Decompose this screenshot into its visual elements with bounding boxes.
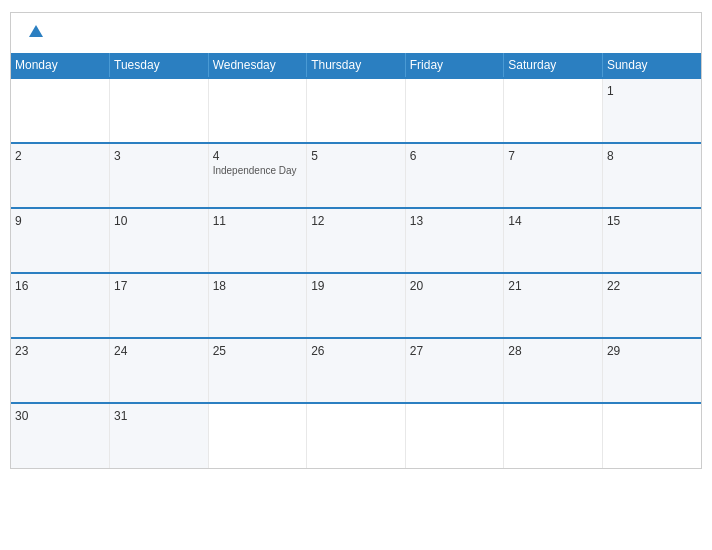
calendar-day-cell: 29: [602, 338, 701, 403]
logo-icon: [27, 23, 45, 41]
day-number: 28: [508, 344, 598, 358]
calendar-day-cell: [405, 403, 504, 468]
calendar-week-row: 3031: [11, 403, 701, 468]
day-number: 10: [114, 214, 204, 228]
calendar-day-cell: 3: [110, 143, 209, 208]
calendar-week-row: 23242526272829: [11, 338, 701, 403]
calendar-day-cell: [602, 403, 701, 468]
day-number: 27: [410, 344, 500, 358]
calendar-day-cell: 4Independence Day: [208, 143, 307, 208]
calendar-day-cell: 7: [504, 143, 603, 208]
calendar-day-cell: 11: [208, 208, 307, 273]
calendar-day-cell: 18: [208, 273, 307, 338]
calendar-day-cell: 10: [110, 208, 209, 273]
calendar-day-cell: 31: [110, 403, 209, 468]
calendar-day-cell: [405, 78, 504, 143]
calendar-day-cell: [110, 78, 209, 143]
calendar-container: MondayTuesdayWednesdayThursdayFridaySatu…: [10, 12, 702, 469]
calendar-day-cell: 22: [602, 273, 701, 338]
day-number: 21: [508, 279, 598, 293]
calendar-body: 1234Independence Day56789101112131415161…: [11, 78, 701, 468]
logo: [25, 23, 47, 45]
day-number: 2: [15, 149, 105, 163]
day-number: 31: [114, 409, 204, 423]
day-number: 3: [114, 149, 204, 163]
calendar-day-cell: 12: [307, 208, 406, 273]
calendar-day-cell: 1: [602, 78, 701, 143]
calendar-day-cell: 25: [208, 338, 307, 403]
day-number: 5: [311, 149, 401, 163]
day-number: 16: [15, 279, 105, 293]
calendar-day-cell: 15: [602, 208, 701, 273]
calendar-day-cell: [307, 78, 406, 143]
day-number: 23: [15, 344, 105, 358]
calendar-day-cell: 24: [110, 338, 209, 403]
calendar-day-cell: [504, 78, 603, 143]
weekday-header: Tuesday: [110, 53, 209, 78]
calendar-day-cell: 30: [11, 403, 110, 468]
calendar-day-cell: 19: [307, 273, 406, 338]
holiday-label: Independence Day: [213, 165, 303, 176]
day-number: 9: [15, 214, 105, 228]
weekday-header: Monday: [11, 53, 110, 78]
day-number: 24: [114, 344, 204, 358]
calendar-day-cell: 8: [602, 143, 701, 208]
day-number: 1: [607, 84, 697, 98]
day-number: 29: [607, 344, 697, 358]
day-number: 14: [508, 214, 598, 228]
calendar-day-cell: 14: [504, 208, 603, 273]
weekday-header: Saturday: [504, 53, 603, 78]
calendar-day-cell: 16: [11, 273, 110, 338]
calendar-day-cell: 23: [11, 338, 110, 403]
calendar-day-cell: 5: [307, 143, 406, 208]
day-number: 15: [607, 214, 697, 228]
calendar-day-cell: [307, 403, 406, 468]
calendar-day-cell: 6: [405, 143, 504, 208]
calendar-day-cell: [504, 403, 603, 468]
calendar-day-cell: 26: [307, 338, 406, 403]
calendar-header: [11, 13, 701, 53]
calendar-day-cell: 21: [504, 273, 603, 338]
day-number: 17: [114, 279, 204, 293]
day-number: 30: [15, 409, 105, 423]
day-number: 7: [508, 149, 598, 163]
calendar-week-row: 1: [11, 78, 701, 143]
day-number: 22: [607, 279, 697, 293]
day-number: 20: [410, 279, 500, 293]
calendar-week-row: 16171819202122: [11, 273, 701, 338]
day-number: 4: [213, 149, 303, 163]
calendar-day-cell: [208, 403, 307, 468]
weekday-header: Thursday: [307, 53, 406, 78]
weekday-header: Wednesday: [208, 53, 307, 78]
calendar-day-cell: 27: [405, 338, 504, 403]
calendar-header-row: MondayTuesdayWednesdayThursdayFridaySatu…: [11, 53, 701, 78]
weekday-header: Sunday: [602, 53, 701, 78]
day-number: 8: [607, 149, 697, 163]
day-number: 12: [311, 214, 401, 228]
calendar-day-cell: 28: [504, 338, 603, 403]
day-number: 11: [213, 214, 303, 228]
calendar-week-row: 234Independence Day5678: [11, 143, 701, 208]
calendar-day-cell: 9: [11, 208, 110, 273]
weekday-header: Friday: [405, 53, 504, 78]
svg-marker-0: [29, 25, 43, 37]
day-number: 19: [311, 279, 401, 293]
calendar-day-cell: [208, 78, 307, 143]
day-number: 25: [213, 344, 303, 358]
day-number: 6: [410, 149, 500, 163]
calendar-day-cell: [11, 78, 110, 143]
calendar-day-cell: 20: [405, 273, 504, 338]
calendar-day-cell: 17: [110, 273, 209, 338]
calendar-table: MondayTuesdayWednesdayThursdayFridaySatu…: [11, 53, 701, 468]
day-number: 26: [311, 344, 401, 358]
day-number: 13: [410, 214, 500, 228]
calendar-day-cell: 13: [405, 208, 504, 273]
calendar-day-cell: 2: [11, 143, 110, 208]
calendar-week-row: 9101112131415: [11, 208, 701, 273]
day-number: 18: [213, 279, 303, 293]
